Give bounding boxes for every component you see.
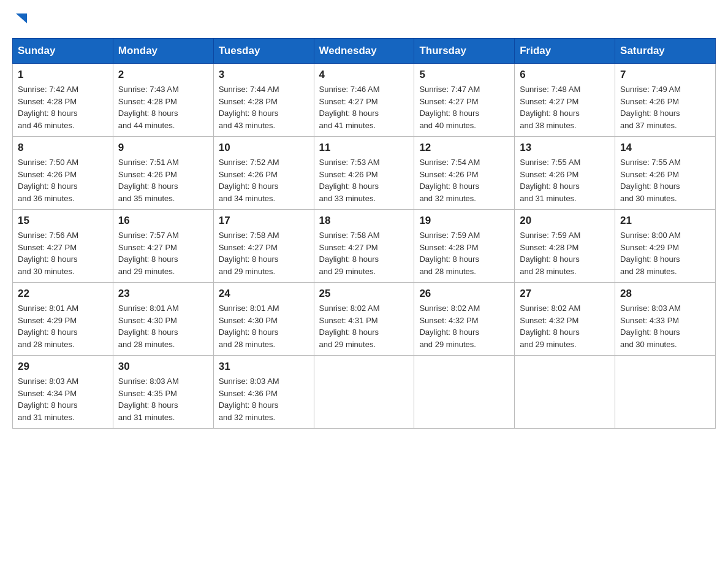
calendar-header-row: SundayMondayTuesdayWednesdayThursdayFrid…: [13, 39, 716, 64]
calendar-cell: 20 Sunrise: 7:59 AM Sunset: 4:28 PM Dayl…: [515, 210, 615, 283]
day-number: 21: [620, 215, 710, 227]
calendar-cell: 16 Sunrise: 7:57 AM Sunset: 4:27 PM Dayl…: [113, 210, 213, 283]
calendar-cell: 19 Sunrise: 7:59 AM Sunset: 4:28 PM Dayl…: [414, 210, 515, 283]
day-info: Sunrise: 8:03 AM Sunset: 4:35 PM Dayligh…: [118, 375, 208, 423]
day-number: 6: [520, 69, 610, 81]
calendar-cell: 28 Sunrise: 8:03 AM Sunset: 4:33 PM Dayl…: [615, 283, 716, 356]
day-number: 9: [118, 142, 208, 154]
day-number: 2: [118, 69, 208, 81]
day-number: 17: [219, 215, 309, 227]
calendar-week-row: 22 Sunrise: 8:01 AM Sunset: 4:29 PM Dayl…: [13, 283, 716, 356]
day-info: Sunrise: 7:56 AM Sunset: 4:27 PM Dayligh…: [18, 229, 108, 277]
day-number: 24: [219, 288, 309, 300]
day-info: Sunrise: 7:54 AM Sunset: 4:26 PM Dayligh…: [419, 156, 509, 204]
column-header-saturday: Saturday: [615, 39, 716, 64]
day-number: 10: [219, 142, 309, 154]
calendar-week-row: 8 Sunrise: 7:50 AM Sunset: 4:26 PM Dayli…: [13, 137, 716, 210]
calendar-week-row: 1 Sunrise: 7:42 AM Sunset: 4:28 PM Dayli…: [13, 64, 716, 137]
calendar-cell: 3 Sunrise: 7:44 AM Sunset: 4:28 PM Dayli…: [213, 64, 314, 137]
column-header-monday: Monday: [113, 39, 213, 64]
calendar-cell: 7 Sunrise: 7:49 AM Sunset: 4:26 PM Dayli…: [615, 64, 716, 137]
calendar-cell: 27 Sunrise: 8:02 AM Sunset: 4:32 PM Dayl…: [515, 283, 615, 356]
calendar-cell: 21 Sunrise: 8:00 AM Sunset: 4:29 PM Dayl…: [615, 210, 716, 283]
calendar-cell: 1 Sunrise: 7:42 AM Sunset: 4:28 PM Dayli…: [13, 64, 113, 137]
day-info: Sunrise: 8:01 AM Sunset: 4:30 PM Dayligh…: [118, 302, 208, 350]
day-info: Sunrise: 8:02 AM Sunset: 4:31 PM Dayligh…: [319, 302, 409, 350]
day-info: Sunrise: 7:59 AM Sunset: 4:28 PM Dayligh…: [419, 229, 509, 277]
column-header-wednesday: Wednesday: [314, 39, 414, 64]
day-info: Sunrise: 8:03 AM Sunset: 4:34 PM Dayligh…: [18, 375, 108, 423]
column-header-thursday: Thursday: [414, 39, 515, 64]
calendar-cell: 31 Sunrise: 8:03 AM Sunset: 4:36 PM Dayl…: [213, 356, 314, 429]
day-number: 22: [18, 288, 108, 300]
calendar-cell: 12 Sunrise: 7:54 AM Sunset: 4:26 PM Dayl…: [414, 137, 515, 210]
day-number: 31: [219, 361, 309, 373]
day-number: 27: [520, 288, 610, 300]
day-info: Sunrise: 7:46 AM Sunset: 4:27 PM Dayligh…: [319, 83, 409, 131]
calendar-cell: 23 Sunrise: 8:01 AM Sunset: 4:30 PM Dayl…: [113, 283, 213, 356]
day-number: 5: [419, 69, 509, 81]
day-number: 7: [620, 69, 710, 81]
day-number: 30: [118, 361, 208, 373]
calendar-cell: 6 Sunrise: 7:48 AM Sunset: 4:27 PM Dayli…: [515, 64, 615, 137]
day-info: Sunrise: 7:48 AM Sunset: 4:27 PM Dayligh…: [520, 83, 610, 131]
day-number: 15: [18, 215, 108, 227]
calendar-cell: 15 Sunrise: 7:56 AM Sunset: 4:27 PM Dayl…: [13, 210, 113, 283]
day-info: Sunrise: 7:43 AM Sunset: 4:28 PM Dayligh…: [118, 83, 208, 131]
calendar-cell: 2 Sunrise: 7:43 AM Sunset: 4:28 PM Dayli…: [113, 64, 213, 137]
calendar-cell: 24 Sunrise: 8:01 AM Sunset: 4:30 PM Dayl…: [213, 283, 314, 356]
logo-arrow-icon: [13, 12, 27, 26]
day-number: 11: [319, 142, 409, 154]
column-header-tuesday: Tuesday: [213, 39, 314, 64]
day-info: Sunrise: 7:57 AM Sunset: 4:27 PM Dayligh…: [118, 229, 208, 277]
day-number: 12: [419, 142, 509, 154]
calendar-cell: 5 Sunrise: 7:47 AM Sunset: 4:27 PM Dayli…: [414, 64, 515, 137]
day-info: Sunrise: 8:01 AM Sunset: 4:30 PM Dayligh…: [219, 302, 309, 350]
day-info: Sunrise: 8:03 AM Sunset: 4:33 PM Dayligh…: [620, 302, 710, 350]
day-info: Sunrise: 7:49 AM Sunset: 4:26 PM Dayligh…: [620, 83, 710, 131]
day-info: Sunrise: 7:53 AM Sunset: 4:26 PM Dayligh…: [319, 156, 409, 204]
day-number: 18: [319, 215, 409, 227]
day-number: 4: [319, 69, 409, 81]
day-number: 29: [18, 361, 108, 373]
calendar-cell: [515, 356, 615, 429]
day-info: Sunrise: 8:03 AM Sunset: 4:36 PM Dayligh…: [219, 375, 309, 423]
day-info: Sunrise: 8:00 AM Sunset: 4:29 PM Dayligh…: [620, 229, 710, 277]
calendar-cell: 4 Sunrise: 7:46 AM Sunset: 4:27 PM Dayli…: [314, 64, 414, 137]
calendar-cell: 14 Sunrise: 7:55 AM Sunset: 4:26 PM Dayl…: [615, 137, 716, 210]
calendar-cell: 17 Sunrise: 7:58 AM Sunset: 4:27 PM Dayl…: [213, 210, 314, 283]
calendar-cell: 13 Sunrise: 7:55 AM Sunset: 4:26 PM Dayl…: [515, 137, 615, 210]
day-number: 13: [520, 142, 610, 154]
logo-text: [12, 12, 27, 26]
calendar-week-row: 29 Sunrise: 8:03 AM Sunset: 4:34 PM Dayl…: [13, 356, 716, 429]
day-info: Sunrise: 8:02 AM Sunset: 4:32 PM Dayligh…: [419, 302, 509, 350]
svg-marker-0: [16, 13, 27, 23]
day-info: Sunrise: 7:52 AM Sunset: 4:26 PM Dayligh…: [219, 156, 309, 204]
day-number: 14: [620, 142, 710, 154]
calendar-cell: [314, 356, 414, 429]
logo: [12, 12, 27, 26]
calendar-cell: 22 Sunrise: 8:01 AM Sunset: 4:29 PM Dayl…: [13, 283, 113, 356]
day-number: 23: [118, 288, 208, 300]
day-number: 20: [520, 215, 610, 227]
calendar-cell: [414, 356, 515, 429]
column-header-sunday: Sunday: [13, 39, 113, 64]
day-info: Sunrise: 7:55 AM Sunset: 4:26 PM Dayligh…: [620, 156, 710, 204]
page-header: [12, 12, 716, 26]
day-info: Sunrise: 7:58 AM Sunset: 4:27 PM Dayligh…: [219, 229, 309, 277]
day-number: 3: [219, 69, 309, 81]
calendar-cell: 18 Sunrise: 7:58 AM Sunset: 4:27 PM Dayl…: [314, 210, 414, 283]
day-info: Sunrise: 7:44 AM Sunset: 4:28 PM Dayligh…: [219, 83, 309, 131]
day-info: Sunrise: 8:01 AM Sunset: 4:29 PM Dayligh…: [18, 302, 108, 350]
day-info: Sunrise: 7:59 AM Sunset: 4:28 PM Dayligh…: [520, 229, 610, 277]
calendar-cell: 29 Sunrise: 8:03 AM Sunset: 4:34 PM Dayl…: [13, 356, 113, 429]
calendar-cell: 26 Sunrise: 8:02 AM Sunset: 4:32 PM Dayl…: [414, 283, 515, 356]
day-number: 28: [620, 288, 710, 300]
calendar-cell: 10 Sunrise: 7:52 AM Sunset: 4:26 PM Dayl…: [213, 137, 314, 210]
day-number: 1: [18, 69, 108, 81]
column-header-friday: Friday: [515, 39, 615, 64]
day-info: Sunrise: 7:50 AM Sunset: 4:26 PM Dayligh…: [18, 156, 108, 204]
calendar-cell: 25 Sunrise: 8:02 AM Sunset: 4:31 PM Dayl…: [314, 283, 414, 356]
calendar-cell: 30 Sunrise: 8:03 AM Sunset: 4:35 PM Dayl…: [113, 356, 213, 429]
day-number: 25: [319, 288, 409, 300]
